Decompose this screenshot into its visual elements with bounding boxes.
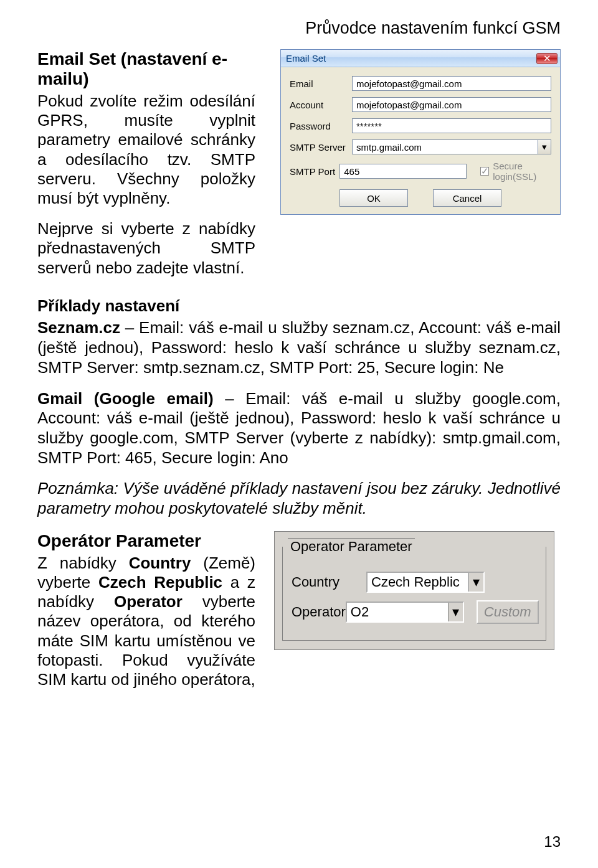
operator-label: Operator xyxy=(292,604,346,620)
account-label: Account xyxy=(290,100,352,110)
email-set-paragraph-2: Nejprve si vyberte z nabídky přednastave… xyxy=(37,219,255,278)
operator-parameter-legend: Operator Parameter xyxy=(288,538,415,555)
country-select[interactable]: Czech Repblic ▾ xyxy=(366,572,485,593)
password-input[interactable] xyxy=(352,118,551,133)
ok-button[interactable]: OK xyxy=(339,189,408,207)
country-label: Country xyxy=(292,574,366,590)
operator-select[interactable]: O2 ▾ xyxy=(346,601,464,623)
secure-login-label: Secure login(SSL) xyxy=(493,161,551,182)
email-input[interactable] xyxy=(352,76,551,91)
chevron-down-icon[interactable]: ▾ xyxy=(448,603,463,621)
dialog-titlebar[interactable]: Email Set ✕ xyxy=(281,50,560,67)
smtp-server-input[interactable] xyxy=(352,139,538,154)
checkbox-icon: ✓ xyxy=(480,167,489,176)
smtp-server-label: SMTP Server xyxy=(290,142,352,153)
chevron-down-icon[interactable]: ▾ xyxy=(538,139,551,154)
smtp-server-combo[interactable]: ▾ xyxy=(352,139,551,154)
operator-parameter-body: Z nabídky Country (Země) vyberte Czech R… xyxy=(37,554,255,689)
email-label: Email xyxy=(290,78,352,89)
secure-login-checkbox[interactable]: ✓ Secure login(SSL) xyxy=(480,161,551,182)
chevron-down-icon[interactable]: ▾ xyxy=(468,573,483,592)
custom-button[interactable]: Custom xyxy=(477,600,539,624)
page-number: 13 xyxy=(544,833,561,851)
seznam-label: Seznam.cz xyxy=(37,318,120,337)
country-value: Czech Repblic xyxy=(371,574,468,590)
smtp-port-input[interactable] xyxy=(339,164,467,179)
smtp-port-label: SMTP Port xyxy=(290,166,339,177)
password-label: Password xyxy=(290,121,352,131)
operator-parameter-heading: Operátor Parameter xyxy=(37,531,255,551)
email-set-paragraph-1: Pokud zvolíte režim odesílání GPRS, musí… xyxy=(37,92,255,208)
close-button[interactable]: ✕ xyxy=(536,53,558,64)
dialog-title-text: Email Set xyxy=(286,53,326,64)
gmail-label: Gmail (Google email) xyxy=(37,389,214,408)
email-set-heading: Email Set (nastavení e-mailu) xyxy=(37,49,255,89)
account-input[interactable] xyxy=(352,97,551,112)
operator-value: O2 xyxy=(351,604,448,620)
operator-parameter-panel: Operator Parameter Country Czech Repblic… xyxy=(274,531,554,650)
document-header: Průvodce nastavením funkcí GSM xyxy=(37,19,561,38)
email-set-text-column: Email Set (nastavení e-mailu) Pokud zvol… xyxy=(37,49,255,289)
examples-heading: Příklady nastavení xyxy=(37,296,561,316)
close-icon: ✕ xyxy=(543,53,551,64)
cancel-button[interactable]: Cancel xyxy=(433,189,501,207)
examples-note: Poznámka: Výše uváděné příklady nastaven… xyxy=(37,479,561,518)
email-set-dialog: Email Set ✕ Email Account Password xyxy=(280,49,561,215)
